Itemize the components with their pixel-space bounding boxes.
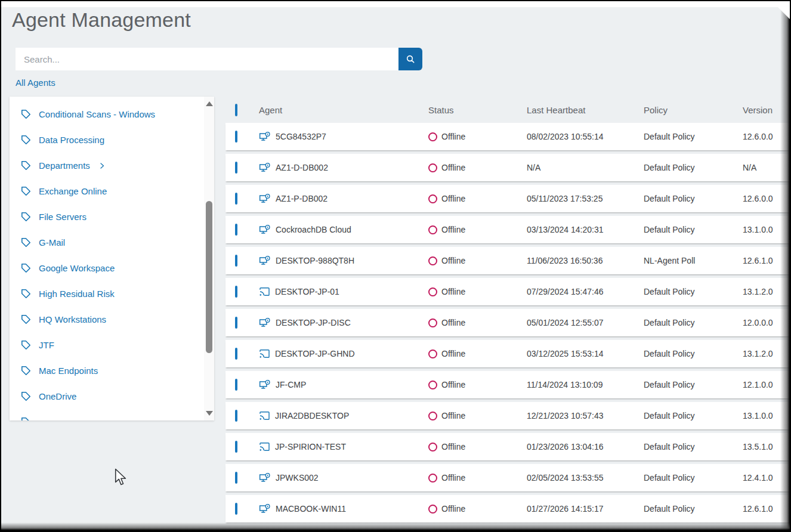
policy-value: Default Policy: [644, 504, 743, 514]
desktop-agent-icon: [259, 194, 271, 204]
policy-value: Default Policy: [644, 132, 743, 141]
desktop-agent-icon: [259, 256, 271, 266]
all-agents-link[interactable]: All Agents: [16, 78, 55, 88]
sidebar-scrollbar[interactable]: [204, 97, 214, 420]
row-checkbox[interactable]: [235, 441, 237, 453]
sidebar-tag-item[interactable]: Data Processing: [10, 127, 214, 153]
table-row[interactable]: 5CG84532P7 Offline 08/02/2023 10:55:14 D…: [225, 123, 790, 150]
version-value: 12.1.0.0: [743, 380, 790, 389]
sidebar-tag-item[interactable]: Google Workspace: [10, 255, 214, 281]
table-row[interactable]: DESKTOP-JP-GHND Offline 03/12/2025 15:53…: [225, 340, 790, 367]
tag-label: High Residual Risk: [39, 289, 115, 299]
version-value: N/A: [743, 163, 790, 172]
version-value: 13.5.1.0: [743, 442, 790, 451]
agent-name: DESKTOP-JP-DISC: [276, 318, 351, 327]
scroll-up-arrow-icon[interactable]: [206, 101, 213, 106]
row-checkbox[interactable]: [235, 286, 237, 298]
table-row[interactable]: AZ1-D-DB002 Offline N/A Default Policy N…: [225, 154, 790, 181]
row-checkbox[interactable]: [235, 131, 237, 143]
table-row[interactable]: MACBOOK-WIN11 Offline 01/27/2026 14:15:1…: [225, 495, 790, 522]
tag-label: File Servers: [39, 212, 86, 222]
table-row[interactable]: DESKTOP-JP-01 Offline 07/29/2024 15:47:4…: [225, 278, 790, 305]
tag-icon: [20, 237, 32, 248]
sidebar-tag-item[interactable]: High Residual Risk: [10, 281, 214, 307]
table-row[interactable]: DESKTOP-JP-DISC Offline 05/01/2024 12:55…: [225, 309, 790, 336]
tag-label: G-Mail: [39, 237, 65, 248]
row-checkbox[interactable]: [235, 348, 237, 360]
status-label: Offline: [441, 287, 465, 296]
sidebar-tag-item[interactable]: OneDrive: [10, 383, 214, 409]
table-row[interactable]: DESKTOP-988QT8H Offline 11/06/2023 16:50…: [225, 247, 790, 274]
offline-status-icon: [428, 412, 437, 420]
select-all-checkbox[interactable]: [235, 104, 237, 116]
table-row[interactable]: JF-CMP Offline 11/14/2024 13:10:09 Defau…: [225, 371, 790, 398]
row-checkbox[interactable]: [235, 503, 237, 515]
search-button[interactable]: [398, 48, 422, 70]
tag-icon: [20, 160, 32, 171]
tag-icon: [20, 416, 32, 420]
header-last-heartbeat: Last Heartbeat: [527, 105, 644, 115]
agent-name: AZ1-D-DB002: [276, 163, 328, 172]
row-checkbox[interactable]: [235, 224, 237, 236]
agent-name: JIRA2DBDESKTOP: [275, 411, 349, 420]
table-body: 5CG84532P7 Offline 08/02/2023 10:55:14 D…: [225, 123, 790, 522]
desktop-agent-icon: [259, 163, 271, 173]
offline-status-icon: [428, 381, 437, 389]
cast-agent-icon: [259, 411, 270, 420]
status-label: Offline: [441, 380, 465, 389]
agent-name: JF-CMP: [276, 380, 306, 389]
desktop-agent-icon: [259, 380, 271, 390]
status-label: Offline: [441, 225, 465, 234]
policy-value: NL-Agent Poll: [644, 256, 743, 265]
row-checkbox[interactable]: [235, 193, 237, 205]
table-row[interactable]: AZ1-P-DB002 Offline 05/11/2023 17:53:25 …: [225, 185, 790, 212]
sidebar-tag-item[interactable]: JTF: [10, 332, 214, 358]
offline-status-icon: [428, 132, 437, 141]
policy-value: Default Policy: [644, 318, 743, 327]
version-value: 13.1.2.0: [743, 349, 790, 358]
version-value: 12.6.1.0: [743, 256, 790, 265]
policy-value: Default Policy: [644, 442, 743, 451]
status-label: Offline: [441, 504, 465, 514]
row-checkbox[interactable]: [235, 255, 237, 267]
offline-status-icon: [428, 505, 437, 514]
policy-value: Default Policy: [644, 163, 743, 172]
tag-label: JTF: [39, 340, 54, 350]
sidebar-tag-item[interactable]: [10, 409, 214, 420]
scroll-down-arrow-icon[interactable]: [206, 411, 213, 416]
status-label: Offline: [441, 473, 465, 482]
sidebar-tag-item[interactable]: Mac Endpoints: [10, 358, 214, 383]
table-row[interactable]: JPWKS002 Offline 02/05/2024 13:53:55 Def…: [225, 464, 790, 491]
policy-value: Default Policy: [644, 411, 743, 420]
version-value: 13.1.0.0: [743, 225, 790, 234]
offline-status-icon: [428, 443, 437, 451]
tag-icon: [20, 391, 32, 402]
row-checkbox[interactable]: [235, 410, 237, 422]
sidebar-tag-item[interactable]: Conditional Scans - Windows: [10, 101, 214, 127]
scrollbar-thumb[interactable]: [206, 201, 212, 353]
table-row[interactable]: JP-SPIRION-TEST Offline 01/23/2026 13:04…: [225, 433, 790, 460]
tag-icon: [20, 339, 32, 351]
offline-status-icon: [428, 256, 437, 265]
tag-label: Conditional Scans - Windows: [39, 109, 155, 119]
agents-table: Agent Status Last Heartbeat Policy Versi…: [225, 97, 790, 526]
chevron-right-icon: [98, 162, 106, 169]
tag-icon: [20, 109, 32, 120]
sidebar-tag-item[interactable]: HQ Workstations: [10, 307, 214, 332]
row-checkbox[interactable]: [235, 472, 237, 484]
version-value: 13.1.0.0: [743, 411, 790, 420]
sidebar-tag-item[interactable]: Exchange Online: [10, 178, 214, 204]
row-checkbox[interactable]: [235, 317, 237, 329]
sidebar-tag-item[interactable]: Departments: [10, 153, 214, 178]
tag-label: Data Processing: [39, 135, 104, 145]
tag-label: Google Workspace: [39, 263, 115, 273]
search-input[interactable]: [16, 48, 398, 70]
sidebar-tag-item[interactable]: File Servers: [10, 204, 214, 230]
row-checkbox[interactable]: [235, 162, 237, 174]
version-value: 12.0.0.0: [743, 318, 790, 327]
agent-name: 5CG84532P7: [276, 132, 326, 141]
sidebar-tag-item[interactable]: G-Mail: [10, 230, 214, 255]
table-row[interactable]: CockroachDB Cloud Offline 03/13/2024 14:…: [225, 216, 790, 243]
table-row[interactable]: JIRA2DBDESKTOP Offline 12/21/2023 10:57:…: [225, 402, 790, 429]
row-checkbox[interactable]: [235, 379, 237, 391]
